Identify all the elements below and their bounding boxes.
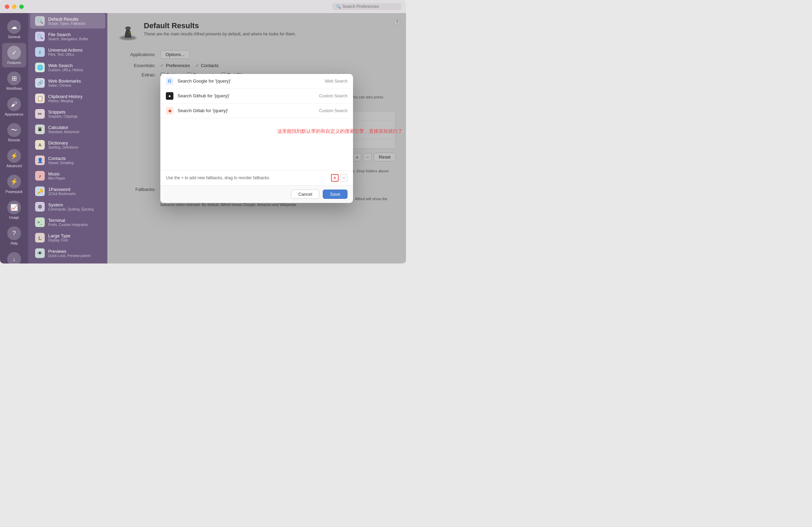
cancel-button[interactable]: Cancel [291,190,319,199]
titlebar: 🔍 [0,0,406,13]
modal-list: G Search Google for '{query}' Web Search… [160,74,353,170]
search-input[interactable] [342,4,397,9]
sidebar-item-powerpack[interactable]: ⚡ Powerpack [2,172,26,196]
modal-row-2: ◆ Search Gitlab for '{query}' Custom Sea… [160,104,353,118]
search-bar[interactable]: 🔍 [332,3,401,10]
sidebar-item-usage[interactable]: 📈 Usage [2,198,26,222]
nav-title-file-search: File Search [48,32,88,37]
nav-title-web-bookmarks: Web Bookmarks [48,78,81,84]
window: 🔍 ☁ General ✓ Features ⊞ Workflows 🖌 App… [0,0,406,264]
file-search-icon: 🔍 [35,32,45,41]
nav-title-contacts: Contacts [48,156,74,161]
nav-item-music[interactable]: ♪ Music Mini Player [30,168,105,183]
web-search-icon: 🌐 [35,63,45,72]
nav-item-web-bookmarks[interactable]: 🔗 Web Bookmarks Safari, Chrome [30,75,105,90]
nav-sub-terminal: Prefix, Custom Integration [48,223,88,227]
google-icon: G [166,77,173,85]
dictionary-icon: A [35,140,45,150]
modal-row-text-1: Search Github for '{query}' [178,93,319,98]
traffic-lights [5,4,24,9]
gitlab-icon: ◆ [166,107,173,115]
modal-row-1: ● Search Github for '{query}' Custom Sea… [160,89,353,104]
usage-label: Usage [9,216,19,219]
maximize-button[interactable] [19,4,24,9]
web-bookmarks-icon: 🔗 [35,78,45,88]
nav-sub-previews: Quick Look, Preview panels [48,254,90,258]
nav-item-calculator[interactable]: 🖩 Calculator Standard, Advanced [30,122,105,137]
content-area: Default Results These are the main resul… [107,13,406,264]
modal-overlay: G Search Google for '{query}' Web Search… [107,13,406,264]
save-button[interactable]: Save [323,190,348,199]
workflows-icon: ⊞ [7,72,21,85]
nav-item-terminal[interactable]: >_ Terminal Prefix, Custom Integration [30,215,105,230]
nav-sub-music: Mini Player [48,176,65,180]
nav-title-previews: Previews [48,249,90,254]
add-fallback-button[interactable]: + [331,174,339,182]
remote-label: Remote [8,138,20,142]
usage-icon: 📈 [7,201,21,214]
sidebar-item-update[interactable]: ↓ Update [2,249,26,264]
modal: G Search Google for '{query}' Web Search… [160,74,353,203]
nav-sub-universal-actions: Files, Text, URLs [48,53,83,56]
nav-item-large-type[interactable]: L Large Type Display, Font [30,230,105,245]
snippets-icon: ✂ [35,109,45,119]
nav-item-snippets[interactable]: ✂ Snippets Snippets, Clippings [30,106,105,121]
nav-title-default-results: Default Results [48,17,85,22]
nav-item-universal-actions[interactable]: ↕ Universal Actions Files, Text, URLs [30,44,105,60]
remove-fallback-button[interactable]: − [340,174,348,182]
powerpack-label: Powerpack [6,190,22,194]
modal-row-text-2: Search Gitlab for '{query}' [178,108,319,113]
sidebar-item-appearance[interactable]: 🖌 Appearance [2,95,26,119]
nav-item-web-search[interactable]: 🌐 Web Search Custom, URLs, History [30,60,105,75]
nav-title-snippets: Snippets [48,109,78,115]
nav-item-file-search[interactable]: 🔍 File Search Search, Navigation, Buffer [30,29,105,44]
nav-title-large-type: Large Type [48,233,71,238]
appearance-icon: 🖌 [7,97,21,111]
remote-icon: 〜 [7,123,21,137]
nav-sub-file-search: Search, Navigation, Buffer [48,37,88,41]
contacts-icon: 👤 [35,155,45,165]
advanced-label: Advanced [7,164,22,168]
nav-title-web-search: Web Search [48,63,83,68]
sidebar-item-help[interactable]: ? Help [2,224,26,248]
nav-title-system: System [48,202,94,207]
minimize-button[interactable] [12,4,17,9]
sidebar-item-features[interactable]: ✓ Features [2,43,26,67]
nav-item-dictionary[interactable]: A Dictionary Spelling, Definitions [30,137,105,152]
nav-item-previews[interactable]: 👁 Previews Quick Look, Preview panels [30,246,105,261]
nav-sub-contacts: Viewer, Emailing [48,161,74,165]
modal-button-row: Cancel Save [160,185,353,203]
nav-item-default-results[interactable]: 🔍 Default Results Scope, Types, Fallback… [30,13,105,29]
nav-sub-default-results: Scope, Types, Fallbacks [48,22,85,25]
nav-item-clipboard-history[interactable]: 📋 Clipboard History History, Merging [30,91,105,106]
modal-empty-area [160,118,353,163]
nav-sub-snippets: Snippets, Clippings [48,115,78,118]
sidebar-item-workflows[interactable]: ⊞ Workflows [2,69,26,93]
modal-row-text-0: Search Google for '{query}' [178,78,325,84]
features-label: Features [7,61,21,65]
nav-sidebar: 🔍 Default Results Scope, Types, Fallback… [28,13,107,264]
general-icon: ☁ [7,20,21,34]
close-button[interactable] [5,4,9,9]
sidebar-item-remote[interactable]: 〜 Remote [2,120,26,145]
nav-item-contacts[interactable]: 👤 Contacts Viewer, Emailing [30,153,105,168]
modal-add-remove: + − [331,174,348,182]
callout-text: 这里能找到默认带的和自定义的搜索引擎，直接添加就行了 [277,128,353,135]
modal-row-type-1: Custom Search [319,94,348,98]
nav-title-terminal: Terminal [48,218,88,223]
terminal-icon: >_ [35,217,45,227]
nav-item-1password[interactable]: 🔑 1Password 1Click Bookmarks [30,184,105,199]
sidebar-item-general[interactable]: ☁ General [2,17,26,42]
sidebar-item-advanced[interactable]: ⚡ Advanced [2,146,26,171]
modal-row-0: G Search Google for '{query}' Web Search [160,74,353,89]
default-results-icon: 🔍 [35,16,45,26]
nav-title-dictionary: Dictionary [48,140,78,146]
nav-title-music: Music [48,171,65,176]
help-label: Help [11,241,18,245]
nav-sub-calculator: Standard, Advanced [48,130,79,134]
nav-item-system[interactable]: ⚙ System Commands, Quitting, Ejecting [30,199,105,214]
search-icon: 🔍 [336,4,341,9]
nav-sub-clipboard: History, Merging [48,99,83,103]
main-layout: ☁ General ✓ Features ⊞ Workflows 🖌 Appea… [0,13,406,264]
modal-hint-text: Use the + to add new fallbacks, drag to … [166,175,270,180]
